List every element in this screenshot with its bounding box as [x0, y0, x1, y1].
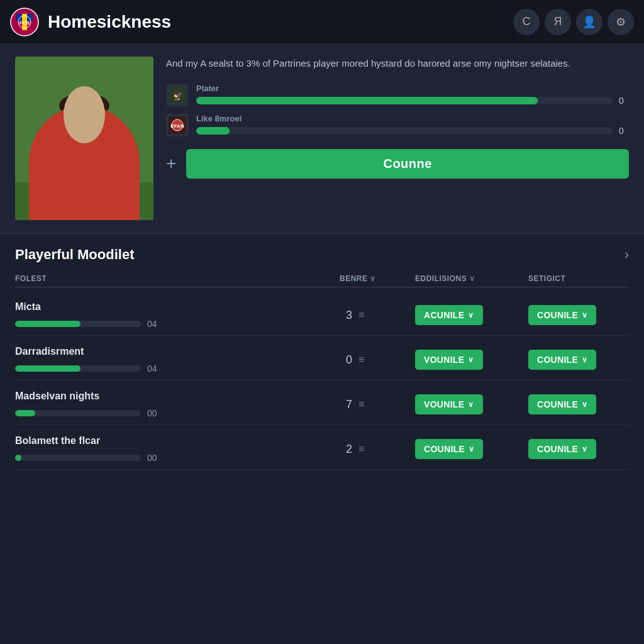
stat-content-2: Like 8mroel 0 [196, 114, 629, 136]
row-bar-1: 04 [15, 364, 340, 374]
row-left-2: Madselvan nights 00 [15, 391, 340, 418]
row-center-1: 0 ≡ [340, 353, 415, 367]
dropdown1-arrow-0: ∨ [468, 311, 474, 319]
stat-bar-1: 0 [196, 96, 629, 106]
action-row: + Counne [166, 149, 629, 179]
dropdown2-arrow-3: ∨ [582, 445, 587, 453]
row-name-1: Darradisrment [15, 346, 340, 357]
svg-rect-6 [15, 57, 153, 220]
row-num-3: 2 [346, 443, 352, 456]
svg-rect-13 [69, 154, 100, 173]
row-center-2: 7 ≡ [340, 398, 415, 411]
svg-text:NB: NB [80, 175, 88, 180]
stat-label-1: Plater [196, 84, 629, 93]
row-right-3: Counile ∨ [528, 439, 629, 459]
dropdown1-btn-0[interactable]: Acunile ∨ [415, 305, 483, 325]
svg-rect-14 [70, 173, 98, 180]
icon-r[interactable]: Я [545, 9, 571, 35]
row-center-3: 2 ≡ [340, 443, 415, 456]
header: FCB Homesickness C Я 👤 ⚙ [0, 0, 644, 44]
player-photo: NB [15, 57, 153, 220]
menu-icon-0[interactable]: ≡ [358, 309, 364, 321]
header-actions: C Я 👤 ⚙ [513, 9, 634, 35]
row-score-3: 00 [147, 453, 165, 463]
row-center-0: 3 ≡ [340, 309, 415, 322]
row-left-0: Micta 04 [15, 301, 340, 329]
chevron-right-icon[interactable]: › [625, 247, 629, 263]
stat-icon-1: 🦅 [166, 84, 189, 106]
svg-text:EFAN: EFAN [170, 123, 184, 129]
row-num-0: 3 [346, 309, 352, 322]
stat-fill-2 [196, 127, 230, 135]
table-row: Bolamett the flcar 00 2 ≡ Counile ∨ Coun… [15, 425, 629, 470]
dropdown2-arrow-0: ∨ [582, 311, 587, 319]
row-score-1: 04 [147, 364, 165, 374]
row-num-1: 0 [346, 353, 352, 367]
dropdown2-btn-2[interactable]: Counile ∨ [528, 394, 596, 414]
row-score-2: 00 [147, 408, 165, 418]
table-row: Darradisrment 04 0 ≡ Vounile ∨ Counile ∨ [15, 336, 629, 380]
dropdown1-arrow-2: ∨ [468, 400, 474, 409]
dropdown1-arrow-1: ∨ [468, 355, 474, 364]
table-row: Madselvan nights 00 7 ≡ Vounile ∨ Counil… [15, 380, 629, 425]
stat-bar-2: 0 [196, 126, 629, 136]
dropdown1-btn-2[interactable]: Vounile ∨ [415, 394, 483, 414]
icon-settings[interactable]: ⚙ [608, 9, 634, 35]
menu-icon-3[interactable]: ≡ [358, 443, 364, 455]
col-header-folest: Folest [15, 274, 340, 283]
icon-profile[interactable]: 👤 [576, 9, 602, 35]
stat-label-2: Like 8mroel [196, 114, 629, 123]
svg-point-11 [74, 121, 80, 128]
row-right-1: Counile ∨ [528, 350, 629, 370]
row-bar-3: 00 [15, 453, 340, 463]
section-title: Playerful Moodilet [15, 247, 134, 263]
row-name-3: Bolamett the flcar [15, 435, 340, 447]
row-dropdown1-1: Vounile ∨ [415, 350, 528, 370]
row-name-0: Micta [15, 301, 340, 313]
stat-fill-1 [196, 97, 538, 104]
menu-icon-2[interactable]: ≡ [358, 399, 364, 410]
row-dropdown1-2: Vounile ∨ [415, 394, 528, 414]
row-bar-2: 00 [15, 408, 340, 418]
svg-point-10 [59, 93, 109, 118]
table-body: Micta 04 3 ≡ Acunile ∨ Counile ∨ [15, 291, 629, 470]
col-header-eddilisions[interactable]: Eddilisions [415, 274, 528, 283]
row-dropdown1-0: Acunile ∨ [415, 305, 528, 325]
row-left-3: Bolamett the flcar 00 [15, 435, 340, 463]
stat-row-1: 🦅 Plater 0 [166, 84, 629, 106]
dropdown1-btn-1[interactable]: Vounile ∨ [415, 350, 483, 370]
row-right-0: Counile ∨ [528, 305, 629, 325]
page-title: Homesickness [48, 12, 513, 32]
row-bar-0: 04 [15, 319, 340, 329]
continue-button[interactable]: Counne [186, 149, 629, 179]
stat-value-2: 0 [619, 126, 629, 136]
row-left-1: Darradisrment 04 [15, 346, 340, 374]
club-logo: FCB [10, 8, 39, 36]
info-description: And my A sealst to 3% of Partrines playe… [166, 57, 629, 71]
row-num-2: 7 [346, 398, 352, 411]
row-score-0: 04 [147, 319, 165, 329]
svg-text:🦅: 🦅 [172, 91, 184, 101]
dropdown1-btn-3[interactable]: Counile ∨ [415, 439, 483, 459]
player-image: NB [15, 57, 153, 220]
dropdown2-btn-3[interactable]: Counile ∨ [528, 439, 596, 459]
dropdown2-btn-0[interactable]: Counile ∨ [528, 305, 596, 325]
svg-rect-7 [15, 182, 153, 220]
stat-content-1: Plater 0 [196, 84, 629, 106]
stat-value-1: 0 [619, 96, 629, 106]
bottom-section: Playerful Moodilet › Folest Benre Eddili… [0, 234, 644, 482]
table-row: Micta 04 3 ≡ Acunile ∨ Counile ∨ [15, 291, 629, 336]
col-header-benre[interactable]: Benre [340, 274, 415, 283]
add-icon[interactable]: + [166, 153, 176, 174]
dropdown1-arrow-3: ∨ [469, 445, 474, 453]
row-right-2: Counile ∨ [528, 394, 629, 414]
svg-point-8 [50, 138, 119, 220]
top-section: NB And my A sealst to 3% of Partrines pl… [0, 44, 644, 234]
row-dropdown1-3: Counile ∨ [415, 439, 528, 459]
menu-icon-1[interactable]: ≡ [358, 354, 364, 365]
table-header: Folest Benre Eddilisions Setigict [15, 270, 629, 287]
dropdown2-btn-1[interactable]: Counile ∨ [528, 350, 596, 370]
icon-c[interactable]: C [513, 9, 540, 35]
svg-point-16 [91, 156, 103, 169]
svg-point-9 [58, 99, 111, 152]
